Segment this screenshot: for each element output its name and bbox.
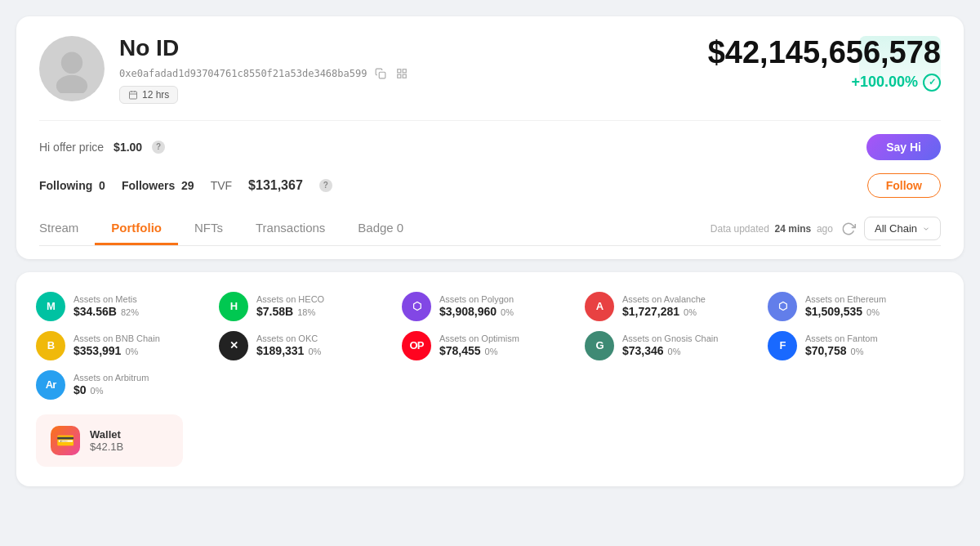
asset-item-fantom: F Assets on Fantom $70,758 0% (768, 331, 944, 360)
social-row: Following 0 Followers 29 TVF $131,367 ? … (39, 173, 941, 198)
svg-rect-6 (403, 74, 407, 78)
tab-transactions[interactable]: Transactions (239, 213, 341, 245)
chain-icon-polygon: ⬡ (402, 292, 431, 321)
chain-icon-ethereum: ⬡ (768, 292, 797, 321)
asset-pct-metis: 82% (121, 307, 139, 317)
asset-value-okc: $189,331 (256, 344, 304, 357)
data-updated-suffix: ago (817, 223, 833, 235)
asset-pct-optimism: 0% (485, 347, 498, 356)
wallet-card-row: 💳 Wallet $42.1B (36, 414, 944, 467)
tab-nfts[interactable]: NFTs (178, 213, 239, 245)
asset-pct-ethereum: 0% (866, 307, 880, 317)
change-value: +100.00% (851, 74, 918, 91)
asset-value-arbitrum: $0 (74, 383, 87, 396)
wallet-amount: $42.1B (90, 441, 123, 453)
asset-item-heco: H Assets on HECO $7.58B 18% (219, 292, 395, 321)
tab-portfolio[interactable]: Portfolio (95, 213, 178, 245)
following-label: Following (39, 179, 92, 192)
svg-rect-5 (398, 74, 401, 78)
avatar (39, 36, 105, 101)
asset-value-bnb: $353,991 (74, 344, 121, 357)
hi-offer-row: Hi offer price $1.00 ? Say Hi (39, 134, 941, 160)
svg-rect-4 (403, 69, 407, 73)
asset-chain-name-polygon: Assets on Polygon (439, 294, 514, 305)
asset-value-row-avalanche: $1,727,281 0% (622, 305, 706, 318)
asset-chain-name-avalanche: Assets on Avalanche (622, 294, 706, 305)
tabs-right: Data updated 24 mins ago All Chain (710, 217, 941, 240)
chain-icon-arbitrum: Ar (36, 370, 65, 400)
asset-value-heco: $7.58B (256, 305, 293, 318)
asset-value-optimism: $78,455 (439, 344, 481, 357)
asset-pct-bnb: 0% (125, 347, 138, 356)
data-updated-prefix: Data updated (710, 223, 769, 235)
portfolio-value: $42,145,656,578 (708, 36, 941, 70)
follow-button[interactable]: Follow (867, 173, 941, 198)
asset-item-arbitrum: Ar Assets on Arbitrum $0 0% (36, 370, 212, 400)
asset-pct-polygon: 0% (501, 307, 514, 317)
chain-filter-label: All Chain (875, 222, 917, 235)
portfolio-section: M Assets on Metis $34.56B 82% H Assets o… (16, 272, 964, 486)
portfolio-change: +100.00% ✓ (708, 74, 941, 92)
asset-info-gnosis: Assets on Gnosis Chain $73,346 0% (622, 333, 718, 357)
copy-icon[interactable] (373, 66, 388, 81)
chain-icon-metis: M (36, 292, 65, 321)
asset-item-bnb: B Assets on BNB Chain $353,991 0% (36, 331, 212, 360)
asset-value-row-metis: $34.56B 82% (74, 305, 139, 318)
hi-offer-price: $1.00 (114, 141, 142, 154)
asset-chain-name-metis: Assets on Metis (74, 294, 139, 305)
data-updated-time: 24 mins (775, 223, 812, 235)
assets-grid: M Assets on Metis $34.56B 82% H Assets o… (36, 292, 944, 400)
tab-stream[interactable]: Stream (39, 213, 95, 245)
profile-left: No ID 0xe0afadad1d93704761c8550f21a53de3… (39, 36, 409, 104)
asset-value-fantom: $70,758 (805, 344, 847, 357)
asset-info-metis: Assets on Metis $34.56B 82% (74, 294, 139, 318)
divider-1 (39, 120, 941, 121)
asset-chain-name-heco: Assets on HECO (256, 294, 324, 305)
asset-value-metis: $34.56B (74, 305, 117, 318)
asset-chain-name-okc: Assets on OKC (256, 333, 321, 344)
chain-icon-okc: ✕ (219, 331, 248, 360)
asset-chain-name-gnosis: Assets on Gnosis Chain (622, 333, 718, 344)
svg-rect-3 (398, 69, 401, 73)
tvf-help-icon[interactable]: ? (319, 179, 332, 192)
asset-info-bnb: Assets on BNB Chain $353,991 0% (74, 333, 160, 357)
asset-info-ethereum: Assets on Ethereum $1,509,535 0% (805, 294, 886, 318)
grid-icon[interactable] (394, 66, 409, 81)
asset-pct-fantom: 0% (851, 347, 864, 356)
asset-chain-name-ethereum: Assets on Ethereum (805, 294, 886, 305)
hi-offer-help-icon[interactable]: ? (152, 141, 165, 154)
chain-icon-gnosis: G (585, 331, 614, 360)
tab-badge[interactable]: Badge 0 (341, 213, 420, 245)
portfolio-value-section: $42,145,656,578 +100.00% ✓ (708, 36, 941, 92)
asset-info-arbitrum: Assets on Arbitrum $0 0% (74, 373, 149, 396)
svg-point-1 (56, 75, 87, 93)
asset-item-ethereum: ⬡ Assets on Ethereum $1,509,535 0% (768, 292, 944, 321)
chain-icon-bnb: B (36, 331, 65, 360)
wallet-label: Wallet (90, 428, 123, 441)
refresh-icon[interactable] (841, 222, 856, 236)
asset-value-row-heco: $7.58B 18% (256, 305, 324, 318)
asset-value-avalanche: $1,727,281 (622, 305, 679, 318)
asset-chain-name-optimism: Assets on Optimism (439, 333, 519, 344)
asset-chain-name-arbitrum: Assets on Arbitrum (74, 373, 149, 383)
asset-chain-name-bnb: Assets on BNB Chain (74, 333, 160, 344)
followers-stat: Followers 29 (122, 179, 194, 192)
address-text: 0xe0afadad1d93704761c8550f21a53de3468ba5… (119, 68, 367, 79)
chain-dropdown[interactable]: All Chain (864, 217, 941, 240)
asset-value-gnosis: $73,346 (622, 344, 664, 357)
tvf-label: TVF (211, 179, 232, 192)
chevron-down-icon (922, 225, 930, 233)
asset-info-optimism: Assets on Optimism $78,455 0% (439, 333, 519, 357)
chain-icon-optimism: OP (402, 331, 431, 360)
say-hi-button[interactable]: Say Hi (866, 134, 941, 160)
following-count: 0 (99, 179, 105, 192)
asset-value-row-gnosis: $73,346 0% (622, 344, 718, 357)
asset-chain-name-fantom: Assets on Fantom (805, 333, 878, 344)
following-stat: Following 0 (39, 179, 105, 192)
asset-value-row-okc: $189,331 0% (256, 344, 321, 357)
data-updated: Data updated 24 mins ago (710, 223, 833, 235)
asset-item-optimism: OP Assets on Optimism $78,455 0% (402, 331, 578, 360)
asset-pct-heco: 18% (297, 307, 315, 317)
profile-info: No ID 0xe0afadad1d93704761c8550f21a53de3… (119, 36, 409, 104)
asset-info-polygon: Assets on Polygon $3,908,960 0% (439, 294, 514, 318)
